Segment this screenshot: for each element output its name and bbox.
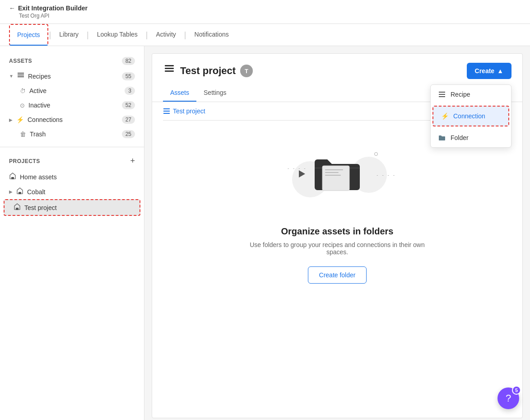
tab-notifications[interactable]: Notifications (187, 24, 236, 45)
deco-dots-right: - - - - (377, 173, 396, 177)
create-button[interactable]: Create ▲ (467, 63, 511, 79)
project-title: Test project (180, 65, 236, 77)
breadcrumb-label: Test project (173, 107, 205, 115)
test-project-icon (14, 203, 21, 212)
folder-svg (312, 152, 362, 197)
add-project-button[interactable]: + (130, 156, 135, 166)
tab-activity[interactable]: Activity (149, 24, 183, 45)
sidebar-item-home-assets[interactable]: Home assets (0, 169, 144, 184)
home-assets-icon (9, 173, 16, 181)
create-label: Create (475, 67, 495, 75)
create-caret-icon: ▲ (497, 67, 503, 75)
tab-projects[interactable]: Projects (9, 24, 48, 46)
svg-rect-12 (163, 108, 170, 109)
svg-rect-1 (18, 75, 24, 75)
content-area: Test project T Create ▲ Recipe (144, 46, 530, 420)
sidebar: ASSETS 82 ▼ Recipes 55 ⏱ Active 3 ⊙ Inac… (0, 46, 144, 420)
sidebar-item-inactive[interactable]: ⊙ Inactive 52 (0, 98, 144, 112)
recipes-count-badge: 55 (122, 72, 135, 80)
svg-rect-17 (325, 172, 339, 173)
recipe-dropdown-icon (438, 90, 446, 98)
connections-label: Connections (28, 116, 118, 123)
recipes-label: Recipes (28, 73, 118, 80)
help-icon: ? (506, 392, 511, 404)
tab-lookup-tables[interactable]: Lookup Tables (90, 24, 145, 45)
tab-assets[interactable]: Assets (163, 84, 196, 102)
trash-label: Trash (30, 131, 118, 138)
svg-rect-14 (163, 113, 170, 114)
sidebar-item-connections[interactable]: ▶ ⚡ Connections 27 (0, 112, 144, 127)
svg-rect-5 (16, 208, 19, 210)
inactive-label: Inactive (28, 102, 118, 109)
create-area: Create ▲ Recipe ⚡ Connectio (467, 63, 511, 79)
sidebar-item-active[interactable]: ⏱ Active 3 (0, 84, 144, 98)
svg-rect-9 (439, 92, 445, 93)
empty-state-illustration: - - - - - - - - (274, 148, 400, 215)
nav-sep-1: | (48, 30, 52, 40)
tab-library[interactable]: Library (52, 24, 86, 45)
connection-dropdown-label: Connection (453, 112, 485, 120)
breadcrumb-icon (163, 107, 170, 115)
dropdown-item-folder[interactable]: Folder (431, 128, 511, 147)
trash-icon: 🗑 (20, 131, 26, 138)
tab-settings[interactable]: Settings (196, 84, 234, 102)
project-avatar: T (240, 65, 253, 77)
svg-rect-0 (18, 73, 24, 74)
project-header: Test project T Create ▲ Recipe (152, 54, 522, 79)
svg-rect-18 (325, 175, 341, 176)
svg-rect-10 (439, 94, 445, 95)
help-button[interactable]: 5 ? (497, 387, 519, 409)
active-label: Active (29, 87, 121, 94)
project-layers-icon (163, 63, 176, 79)
cobalt-chevron-icon: ▶ (9, 189, 13, 194)
inactive-icon: ⊙ (20, 102, 25, 109)
create-folder-button[interactable]: Create folder (308, 266, 367, 284)
recipe-dropdown-label: Recipe (451, 91, 470, 98)
svg-rect-8 (165, 65, 174, 66)
deco-play-icon (299, 170, 305, 177)
home-assets-label: Home assets (20, 173, 135, 181)
sidebar-divider (0, 147, 144, 147)
dropdown-item-connection[interactable]: ⚡ Connection (432, 106, 509, 126)
svg-rect-11 (439, 96, 445, 97)
recipes-chevron-icon: ▼ (9, 74, 14, 79)
cobalt-label: Cobalt (27, 188, 135, 196)
empty-state-description: Use folders to group your recipes and co… (247, 241, 428, 256)
connections-count-badge: 27 (122, 116, 135, 124)
trash-count-badge: 25 (122, 130, 135, 138)
sidebar-item-cobalt[interactable]: ▶ Cobalt (0, 184, 144, 199)
projects-section-header: PROJECTS + (0, 153, 144, 169)
assets-section-title: ASSETS (9, 58, 32, 64)
create-dropdown: Recipe ⚡ Connection Folder (430, 84, 511, 148)
top-bar: ← Exit Integration Builder Test Org API (0, 0, 530, 24)
active-count-badge: 3 (125, 87, 135, 95)
inactive-count-badge: 52 (122, 101, 135, 109)
deco-circle-small (374, 152, 378, 156)
svg-rect-6 (165, 70, 174, 72)
assets-count-badge: 82 (122, 57, 135, 65)
connections-chevron-icon: ▶ (9, 117, 13, 122)
nav-sep-2: | (86, 30, 90, 40)
empty-state-title: Organize assets in folders (281, 226, 394, 237)
dropdown-item-recipe[interactable]: Recipe (431, 85, 511, 104)
folder-dropdown-label: Folder (451, 134, 469, 141)
sidebar-item-recipes[interactable]: ▼ Recipes 55 (0, 69, 144, 84)
exit-builder-label: Exit Integration Builder (18, 5, 88, 12)
clock-icon: ⏱ (20, 88, 26, 94)
cobalt-icon (16, 187, 23, 196)
svg-rect-4 (19, 192, 21, 194)
connection-dropdown-icon: ⚡ (441, 112, 449, 120)
project-title-row: Test project T (163, 63, 253, 79)
content-inner: Test project T Create ▲ Recipe (152, 53, 523, 418)
svg-rect-7 (165, 68, 174, 69)
nav-tabs: Projects | Library | Lookup Tables | Act… (0, 24, 530, 46)
empty-state: - - - - - - - - (152, 121, 522, 311)
sidebar-item-trash[interactable]: 🗑 Trash 25 (0, 127, 144, 141)
sidebar-item-test-project[interactable]: Test project (4, 199, 140, 216)
projects-section-title: PROJECTS (9, 158, 40, 164)
nav-sep-3: | (145, 30, 149, 40)
bolt-icon: ⚡ (16, 116, 24, 123)
assets-section-header: ASSETS 82 (0, 53, 144, 69)
exit-integration-builder-button[interactable]: ← Exit Integration Builder (9, 5, 521, 12)
recipe-icon (17, 72, 24, 80)
